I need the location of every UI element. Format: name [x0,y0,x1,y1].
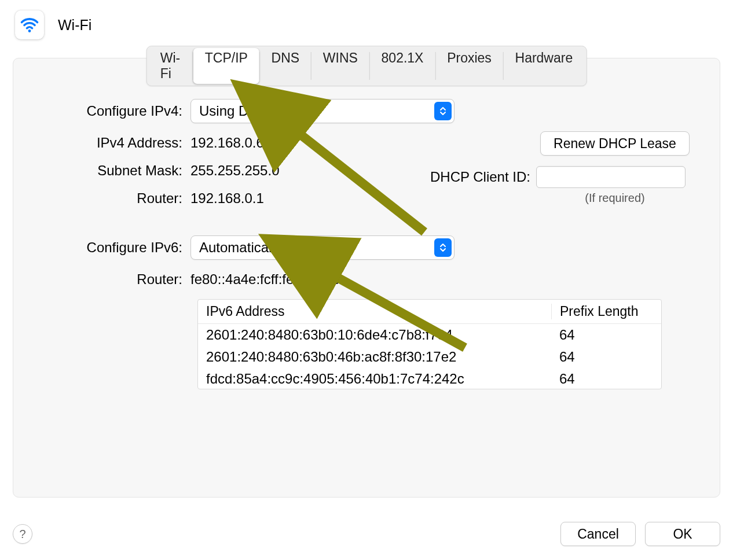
ipv6-cell-addr: fdcd:85a4:cc9c:4905:456:40b1:7c74:242c [198,371,551,387]
footer: ? Cancel OK [0,522,733,560]
wifi-icon [15,10,44,39]
ipv6-cell-prefix: 64 [551,327,661,343]
dhcp-client-id-label: DHCP Client ID: [430,169,530,185]
page-title: Wi-Fi [58,17,91,34]
main-panel: Wi-Fi TCP/IP DNS WINS 802.1X Proxies Har… [13,58,720,498]
tab-hardware[interactable]: Hardware [504,48,585,84]
ipv6-table-col-prefix[interactable]: Prefix Length [551,304,661,319]
tab-wifi[interactable]: Wi-Fi [149,48,193,84]
ok-button[interactable]: OK [645,522,720,546]
ipv6-table-col-address[interactable]: IPv6 Address [198,304,551,319]
section-spacer [41,218,692,235]
ipv6-router-label: Router: [41,271,190,288]
tab-proxies[interactable]: Proxies [435,48,503,84]
renew-dhcp-lease-button[interactable]: Renew DHCP Lease [540,131,690,156]
configure-ipv4-value: Using DHCP [199,103,278,119]
tab-dns[interactable]: DNS [260,48,311,84]
cancel-button[interactable]: Cancel [560,522,636,546]
header: Wi-Fi [0,0,733,43]
help-button[interactable]: ? [13,524,32,544]
main-panel-wrap: Wi-Fi TCP/IP DNS WINS 802.1X Proxies Har… [0,58,733,498]
ipv6-cell-prefix: 64 [551,349,661,365]
dhcp-client-id-hint: (If required) [540,191,690,205]
configure-ipv6-label: Configure IPv6: [41,240,190,256]
ipv4-router-label: Router: [41,190,190,207]
dhcp-actions: Renew DHCP Lease DHCP Client ID: (If req… [540,99,692,205]
svg-point-0 [28,30,31,32]
ipv6-address-table: IPv6 Address Prefix Length 2601:240:8480… [197,299,662,389]
subnet-mask-label: Subnet Mask: [41,163,190,179]
spacer [540,99,692,131]
ipv6-cell-prefix: 64 [551,371,661,387]
ipv6-cell-addr: 2601:240:8480:63b0:46b:ac8f:8f30:17e2 [198,349,551,365]
configure-ipv4-select[interactable]: Using DHCP [190,99,455,123]
tab-8021x[interactable]: 802.1X [370,48,435,84]
table-row[interactable]: fdcd:85a4:cc9c:4905:456:40b1:7c74:242c 6… [198,368,661,389]
configure-ipv6-select[interactable]: Automatically [190,235,455,260]
dhcp-client-id-input[interactable] [536,166,686,188]
configure-ipv6-value: Automatically [199,240,282,256]
ipv4-address-label: IPv4 Address: [41,135,190,151]
chevron-updown-icon [434,102,452,120]
tab-wins[interactable]: WINS [311,48,369,84]
tab-bar: Wi-Fi TCP/IP DNS WINS 802.1X Proxies Har… [146,46,587,86]
tab-tcpip[interactable]: TCP/IP [193,48,259,84]
ipv6-cell-addr: 2601:240:8480:63b0:10:6de4:c7b8:f704 [198,327,551,343]
chevron-updown-icon [434,238,452,257]
configure-ipv4-label: Configure IPv4: [41,103,190,119]
ipv6-router-value: fe80::4a4e:fcff:feb4:40fc [190,271,692,288]
table-row[interactable]: 2601:240:8480:63b0:10:6de4:c7b8:f704 64 [198,324,661,346]
table-row[interactable]: 2601:240:8480:63b0:46b:ac8f:8f30:17e2 64 [198,346,661,368]
